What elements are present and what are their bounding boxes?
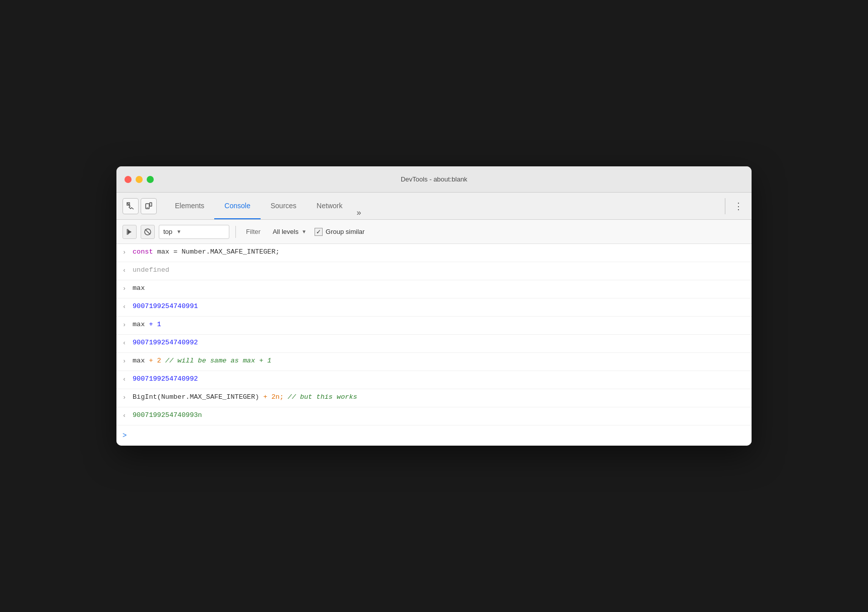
titlebar-buttons	[125, 176, 154, 183]
output-value: 9007199254740992	[133, 339, 198, 346]
code-text: Number.MAX_SAFE_INTEGER;	[181, 248, 279, 256]
console-row: ‹ 9007199254740993n	[116, 407, 752, 425]
tab-network[interactable]: Network	[306, 193, 352, 219]
context-arrow-icon: ▼	[176, 229, 181, 234]
console-row: › max + 2 // will be same as max + 1	[116, 353, 752, 371]
filter-separator	[235, 226, 236, 238]
checkbox-icon: ✓	[315, 228, 323, 236]
filter-label: Filter	[242, 228, 265, 235]
output-value: 9007199254740993n	[133, 411, 202, 419]
keyword-const: const	[133, 248, 153, 256]
code-text: max	[133, 321, 149, 328]
titlebar: DevTools - about:blank	[116, 166, 752, 193]
console-input: const max = Number.MAX_SAFE_INTEGER;	[133, 247, 746, 257]
output-arrow-icon: ‹	[122, 374, 133, 384]
console-output: 9007199254740991	[133, 301, 746, 312]
input-arrow-icon[interactable]: ›	[122, 283, 133, 293]
code-comment: // will be same as max + 1	[165, 357, 272, 364]
minimize-button[interactable]	[136, 176, 143, 183]
console-toolbar: top ▼ Filter All levels ▼ ✓ Group simila…	[116, 220, 752, 244]
code-text: max	[133, 284, 145, 292]
tab-console[interactable]: Console	[214, 193, 260, 219]
console-row: › const max = Number.MAX_SAFE_INTEGER;	[116, 244, 752, 262]
console-input: max + 1	[133, 320, 746, 330]
output-arrow-icon: ‹	[122, 301, 133, 312]
input-arrow-icon[interactable]: ›	[122, 356, 133, 366]
clear-console-button[interactable]	[141, 225, 155, 239]
run-script-button[interactable]	[122, 225, 137, 239]
toolbar-separator	[725, 198, 725, 214]
code-text: + 2	[149, 357, 165, 364]
console-row: ‹ 9007199254740991	[116, 298, 752, 317]
levels-selector[interactable]: All levels ▼	[269, 226, 311, 237]
console-row: › max	[116, 280, 752, 298]
output-arrow-icon: ‹	[122, 265, 133, 275]
console-row: ‹ 9007199254740992	[116, 371, 752, 389]
output-arrow-icon: ‹	[122, 410, 133, 420]
input-arrow-icon[interactable]: ›	[122, 392, 133, 402]
inspect-element-button[interactable]	[122, 198, 139, 214]
console-output: 9007199254740992	[133, 338, 746, 348]
tab-sources[interactable]: Sources	[261, 193, 306, 219]
device-toggle-button[interactable]	[141, 198, 157, 214]
console-row: › BigInt(Number.MAX_SAFE_INTEGER) + 2n; …	[116, 389, 752, 407]
output-arrow-icon: ‹	[122, 338, 133, 348]
code-text: max	[133, 357, 149, 364]
console-output: undefined	[133, 265, 746, 275]
maximize-button[interactable]	[147, 176, 154, 183]
more-tabs-button[interactable]: »	[352, 206, 365, 219]
prompt-arrow-icon: >	[122, 431, 127, 441]
main-toolbar: Elements Console Sources Network » ⋮	[116, 193, 752, 220]
code-text: max =	[157, 248, 182, 256]
tab-elements[interactable]: Elements	[165, 193, 214, 219]
code-text: + 2n;	[263, 393, 288, 401]
console-output: 9007199254740993n	[133, 410, 746, 420]
console-row: ‹ undefined	[116, 262, 752, 280]
console-input: max	[133, 283, 746, 293]
code-comment: // but this works	[288, 393, 357, 401]
output-value: 9007199254740992	[133, 375, 198, 383]
output-value: undefined	[133, 266, 169, 274]
tab-group: Elements Console Sources Network »	[165, 193, 365, 219]
console-input: max + 2 // will be same as max + 1	[133, 356, 746, 366]
input-arrow-icon[interactable]: ›	[122, 320, 133, 330]
console-input: BigInt(Number.MAX_SAFE_INTEGER) + 2n; //…	[133, 392, 746, 402]
devtools-window: DevTools - about:blank Elements Console	[116, 166, 752, 446]
window-title: DevTools - about:blank	[401, 175, 467, 183]
output-value: 9007199254740991	[133, 302, 198, 310]
console-output: 9007199254740992	[133, 374, 746, 384]
devtools-menu-button[interactable]: ⋮	[731, 199, 746, 213]
svg-rect-2	[150, 203, 152, 206]
svg-line-7	[145, 229, 150, 234]
console-content: › const max = Number.MAX_SAFE_INTEGER; ‹…	[116, 244, 752, 446]
code-text: BigInt(Number.MAX_SAFE_INTEGER)	[133, 393, 263, 401]
console-prompt[interactable]: >	[116, 425, 752, 446]
close-button[interactable]	[125, 176, 132, 183]
console-row: › max + 1	[116, 317, 752, 335]
code-text: + 1	[149, 321, 161, 328]
input-arrow-icon[interactable]: ›	[122, 247, 133, 257]
console-row: ‹ 9007199254740992	[116, 335, 752, 353]
context-selector[interactable]: top ▼	[159, 225, 229, 239]
levels-arrow-icon: ▼	[301, 229, 306, 234]
group-similar-checkbox[interactable]: ✓ Group similar	[315, 228, 364, 236]
